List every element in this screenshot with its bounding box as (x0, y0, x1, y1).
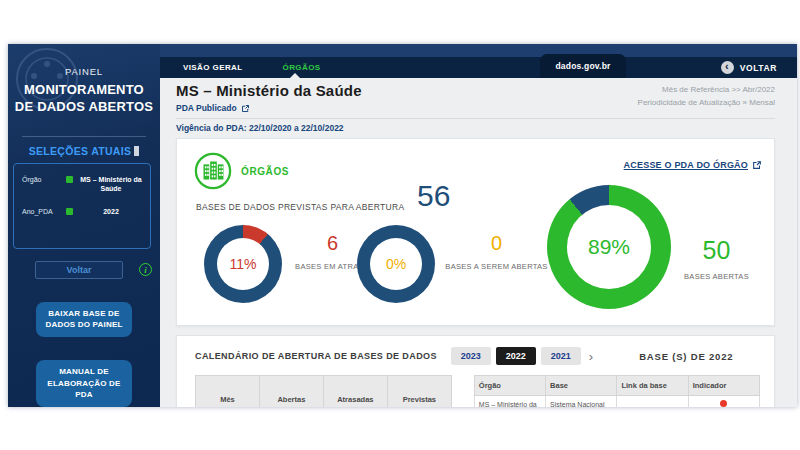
content-header: MS – Ministério da Saúde PDA Publicado V… (176, 82, 775, 133)
donut-bases-em-atraso: 11% (204, 225, 282, 303)
back-arrow-icon: ‹ (721, 61, 734, 74)
topbar-voltar-button[interactable]: ‹ VOLTAR (721, 61, 777, 74)
pda-published-label: PDA Publicado (176, 103, 237, 113)
selection-marker-square (66, 208, 73, 215)
reference-month: Mês de Referência >> Abr/2022 (638, 84, 775, 97)
topbar-nav: VISÃO GERAL ÓRGÃOS (160, 57, 797, 78)
column-header: Órgão (474, 376, 545, 396)
table-cell: Sistema Nacional de Gestão da Assistênci… (546, 396, 617, 408)
dashboard-frame: PAINEL MONITORAMENTO DE DADOS ABERTOS SE… (8, 44, 797, 407)
predicted-bases-value: 56 (417, 179, 450, 213)
topbar: VISÃO GERAL ÓRGÃOS dados.gov.br ‹ VOLTAR (160, 44, 797, 78)
selections-title-text: SELEÇÕES ATUAIS (29, 145, 132, 157)
selection-label: Ano_PDA (22, 207, 64, 215)
donut-percent-label: 11% (230, 256, 257, 272)
tab-dados-gov-br[interactable]: dados.gov.br (540, 54, 626, 78)
selections-title: SELEÇÕES ATUAIS (8, 145, 160, 157)
content-area: MS – Ministério da Saúde PDA Publicado V… (160, 78, 797, 407)
main-area: VISÃO GERAL ÓRGÃOS dados.gov.br ‹ VOLTAR… (160, 44, 797, 407)
reference-meta: Mês de Referência >> Abr/2022 Periodicid… (638, 84, 775, 110)
selection-value: 2022 (80, 207, 142, 216)
app-title-line2: DE DADOS ABERTOS (15, 99, 153, 114)
year-tab-2023[interactable]: 2023 (451, 347, 491, 365)
stat-bases-abertas: 50 BASES ABERTAS (669, 236, 764, 281)
donut-percent-label: 89% (588, 235, 630, 259)
external-link-icon (241, 104, 250, 113)
predicted-bases-label: BASES DE DADOS PREVISTAS PARA ABERTURA (196, 202, 404, 212)
sidebar-voltar-button[interactable]: Voltar (35, 261, 123, 279)
month-table: MêsAbertasAtrasadasPrevistasJaneiro (195, 375, 452, 407)
table-cell: MS – Ministério da Saúde (474, 396, 545, 408)
overview-card: ÓRGÃOS ACESSE O PDA DO ÓRGÃO BASES DE DA… (176, 138, 775, 326)
app-title: MONITORAMENTO DE DADOS ABERTOS (10, 82, 158, 116)
orgaos-badge: ÓRGÃOS (194, 152, 289, 190)
update-frequency: Periodicidade de Atualização » Mensal (638, 97, 775, 110)
column-header: Abertas (259, 376, 323, 408)
stat-count: 50 (669, 236, 764, 265)
buildings-icon (194, 152, 232, 190)
status-dot (720, 400, 727, 407)
external-link-icon (752, 160, 762, 170)
year-tabs: 202320222021 (451, 347, 581, 365)
calendar-title: CALENDÁRIO DE ABERTURA DE BASES DE DADOS (195, 351, 437, 361)
donut-hole: 11% (217, 238, 269, 290)
stat-bases-a-serem-abertas: 0 BASES A SEREM ABERTAS (439, 232, 554, 271)
selection-label: Órgão (22, 175, 64, 183)
sidebar-divider (22, 136, 146, 137)
stat-count: 0 (439, 232, 554, 255)
pda-validity: Vigência do PDA: 22/10/2020 a 22/10/2022 (176, 119, 775, 133)
base-year-title: BASE (S) DE 2022 (639, 351, 733, 362)
table-row: MS – Ministério da SaúdeSistema Nacional… (474, 396, 759, 408)
stat-label: BASES ABERTAS (669, 272, 764, 281)
access-pda-label: ACESSE O PDA DO ÓRGÃO (624, 160, 748, 170)
donut-percent-label: 0% (386, 256, 406, 272)
tab-orgaos[interactable]: ÓRGÃOS (283, 63, 321, 72)
section-label: ÓRGÃOS (241, 166, 289, 177)
calendar-card: CALENDÁRIO DE ABERTURA DE BASES DE DADOS… (176, 335, 775, 407)
stat-label: BASES A SEREM ABERTAS (439, 262, 554, 271)
donut-hole: 89% (567, 205, 651, 289)
voltar-row: Voltar i (8, 261, 160, 279)
calendar-header: CALENDÁRIO DE ABERTURA DE BASES DE DADOS… (195, 347, 760, 365)
tab-visao-geral[interactable]: VISÃO GERAL (183, 63, 243, 72)
download-database-button[interactable]: BAIXAR BASE DE DADOS DO PAINEL (36, 302, 132, 337)
selection-row-ano-pda: Ano_PDA 2022 (14, 207, 150, 216)
donut-bases-abertas: 89% (547, 185, 671, 309)
text-cursor (134, 146, 139, 156)
selection-marker-square (66, 176, 73, 183)
column-header: Atrasadas (323, 376, 387, 408)
access-pda-link[interactable]: ACESSE O PDA DO ÓRGÃO (624, 160, 762, 170)
app-title-line1: MONITORAMENTO (24, 82, 144, 97)
selection-value: MS – Ministério da Saúde (80, 175, 142, 194)
column-header: Previstas (387, 376, 451, 408)
donut-hole: 0% (370, 238, 422, 290)
sidebar: PAINEL MONITORAMENTO DE DADOS ABERTOS SE… (8, 44, 160, 407)
topbar-voltar-label: VOLTAR (740, 63, 777, 73)
calendar-tables: MêsAbertasAtrasadasPrevistasJaneiro Órgã… (195, 375, 760, 407)
column-header: Base (546, 376, 617, 396)
year-tab-2022[interactable]: 2022 (496, 347, 536, 365)
pda-manual-button[interactable]: MANUAL DE ELABORAÇÃO DE PDA (36, 360, 132, 407)
column-header: Mês (196, 376, 260, 408)
year-next-chevron-icon[interactable]: › (589, 349, 593, 364)
table-cell (617, 396, 688, 408)
base-table: ÓrgãoBaseLink da baseIndicadorMS – Minis… (474, 375, 760, 407)
selection-row-orgao: Órgão MS – Ministério da Saúde (14, 175, 150, 194)
panel-label: PAINEL (8, 66, 160, 77)
donut-bases-a-serem-abertas: 0% (357, 225, 435, 303)
current-selections-box: Órgão MS – Ministério da Saúde Ano_PDA 2… (13, 163, 151, 249)
column-header: Indicador (688, 376, 759, 396)
column-header: Link da base (617, 376, 688, 396)
indicator-cell (688, 396, 759, 408)
info-icon[interactable]: i (139, 263, 152, 276)
year-tab-2021[interactable]: 2021 (541, 347, 581, 365)
